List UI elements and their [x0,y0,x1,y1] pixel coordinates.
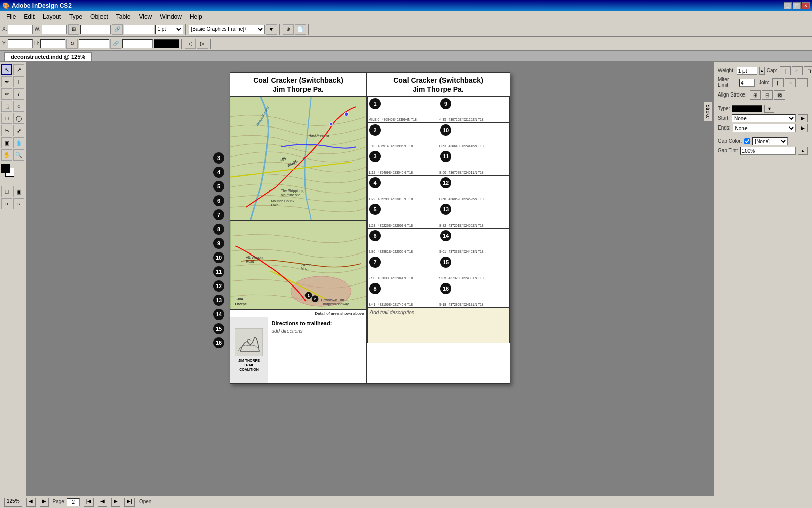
align-center-btn[interactable]: ⊞ [750,90,761,100]
select-tool[interactable]: ↖ [1,64,12,75]
start-select[interactable]: None [732,114,796,122]
menu-object[interactable]: Object [86,12,112,21]
type-dropdown-btn[interactable]: ▼ [764,105,774,113]
zoom-tool[interactable]: 🔍 [13,149,24,161]
wp-cell-16: 16 9.18 437296E4524191N T18 [438,281,510,308]
zoom-btn[interactable]: 125% [4,498,22,507]
zoom-decrease-btn[interactable]: ◀ [26,498,36,507]
document-tab[interactable]: deconstructed.indd @ 125% [4,52,92,61]
menu-layout[interactable]: Layout [39,12,65,21]
wp-coords-7: 2.90 432833E4522041N T18 [369,276,437,280]
wp-cell-10: 10 8.53 436643E4524416N T18 [438,123,510,149]
direct-select-tool[interactable]: ↗ [13,64,24,75]
wp-coords-1: MILE 0 436945E4523994N T18 [369,118,437,121]
menu-file[interactable]: File [2,12,20,21]
ends-label: Ends: [718,125,731,131]
normal-mode[interactable]: □ [1,186,12,197]
h-input[interactable] [40,39,65,48]
frame-select[interactable]: [Basic Graphics Frame]+ [189,25,265,34]
menu-window[interactable]: Window [156,12,186,21]
wp-cell-3: 3 1.12 435469E4523045N T18 [368,149,439,176]
w2-input[interactable] [80,25,111,34]
svg-text:Thorpe/Broadway: Thorpe/Broadway [321,302,349,306]
minimize-button[interactable]: _ [784,2,792,9]
hand-tool[interactable]: ✋ [1,149,12,161]
menu-view[interactable]: View [134,12,156,21]
weight-up-btn[interactable]: ▲ [759,67,765,75]
ellipse-frame-tool[interactable]: ○ [13,101,24,112]
chain2-icon[interactable]: 🔗 [110,39,121,49]
nav-icon[interactable]: ⊕ [283,24,294,35]
rect-frame-tool[interactable]: ⬚ [1,101,12,112]
canvas-area[interactable]: 3 4 5 6 7 8 9 10 11 12 13 14 15 16 Coal … [26,62,713,496]
slug-mode[interactable]: S [13,198,24,209]
settings-icon[interactable]: ▼ [266,24,277,35]
maximize-button[interactable]: □ [793,2,801,9]
gap-tint-input[interactable] [740,147,796,155]
ellipse-tool[interactable]: ◯ [13,113,24,124]
ends-select[interactable]: None [733,124,796,132]
join-miter-btn[interactable]: ⌈ [772,78,784,87]
toolbar-top: X: W: ⊞ 🔗 1 pt [Basic Graphics Frame]+ ▼… [0,22,812,37]
page-first-btn[interactable]: |◀ [84,498,94,507]
pen-tool[interactable]: ✒ [1,76,12,87]
align-inside-btn[interactable]: ⊟ [762,90,773,100]
bleed-mode[interactable]: B [1,198,12,209]
page-last-btn[interactable]: ▶| [124,498,135,507]
y-input[interactable] [8,39,33,48]
join-bevel-btn[interactable]: ⌐ [797,78,808,87]
page-label: Page: [53,499,66,504]
wp-coords-14: 9.01 437339E4524453N T18 [439,250,508,253]
h2-input[interactable] [79,39,109,48]
join-round-btn[interactable]: ⌢ [785,78,796,87]
gradient-tool[interactable]: ▣ [1,137,12,148]
text-tool[interactable]: T [13,76,24,87]
menu-table[interactable]: Table [112,12,135,21]
page-prev-btn[interactable]: ◀ [98,498,107,507]
cap-round-btn[interactable]: ⌢ [792,66,803,75]
wp-number-14: 14 [440,230,451,241]
page-next-btn[interactable]: ▶ [111,498,120,507]
ends-preview-btn[interactable]: ▶ [798,124,808,132]
rotate-icon[interactable]: ↻ [66,39,78,49]
menu-help[interactable]: Help [186,12,207,21]
transform-icon[interactable]: ⊞ [68,24,79,35]
menu-edit[interactable]: Edit [20,12,39,21]
chain-icon[interactable]: 🔗 [112,24,123,35]
menu-type[interactable]: Type [65,12,86,21]
fill-color[interactable] [1,164,10,173]
weight-select[interactable]: 1 pt [155,25,183,34]
preview-mode[interactable]: ▣ [13,186,24,197]
scissors-tool[interactable]: ✂ [1,125,12,136]
gap-color-select[interactable]: [None] [752,137,788,145]
align-left-icon[interactable]: ◁ [185,39,196,49]
line-tool[interactable]: / [13,88,24,100]
wp-coords-16: 9.18 437296E4524191N T18 [439,303,508,306]
zoom-increase-btn[interactable]: ▶ [40,498,49,507]
cap-butt-btn[interactable]: | [780,66,791,75]
page-input[interactable] [67,498,80,506]
miter-input[interactable] [739,79,755,87]
start-preview-btn[interactable]: ▶ [798,114,808,122]
file-icon[interactable]: 📄 [295,24,306,35]
eyedropper-tool[interactable]: 💧 [13,137,24,148]
gap-tint-up-btn[interactable]: ▲ [798,147,808,155]
tools-panel: ↖ ↗ ✒ T ✏ / ⬚ ○ □ ◯ ✂ ⤢ ▣ 💧 ✋ 🔍 [0,62,26,496]
pencil-tool[interactable]: ✏ [1,88,12,100]
align-outside-btn[interactable]: ⊠ [774,90,785,100]
cap-square-btn[interactable]: ⊓ [804,66,812,75]
w-input[interactable] [42,25,67,34]
w3-input[interactable] [124,25,154,34]
window-controls[interactable]: _ □ × [784,2,810,9]
h-label: H: [34,41,39,46]
gap-color-checkbox[interactable] [744,138,750,144]
weight-input[interactable] [737,67,757,75]
align-right-icon[interactable]: ▷ [197,39,208,49]
rect-tool[interactable]: □ [1,113,12,124]
tabbar: deconstructed.indd @ 125% [0,51,812,62]
x-input[interactable] [8,25,33,34]
close-button[interactable]: × [802,2,810,9]
canvas-marker-16: 16 [213,337,224,348]
free-transform-tool[interactable]: ⤢ [13,125,24,136]
h3-input[interactable] [122,39,153,48]
